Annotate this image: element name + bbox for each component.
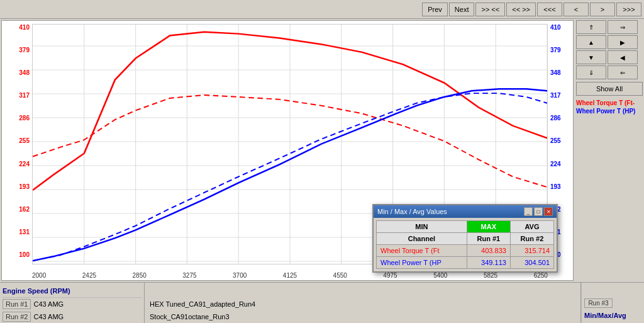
bottom-bar: Engine Speed (RPM) Run #1 C43 AMG Run #2…: [0, 282, 644, 323]
run2-file-row: Stock_CA91octane_Run3: [150, 310, 575, 323]
col-run2: Run #2: [510, 233, 553, 245]
legend-torque-label: Wheel Torque T (Ft-: [576, 99, 635, 106]
scroll-left-button[interactable]: ◀: [608, 50, 638, 64]
x-tick: 6250: [534, 272, 548, 279]
y-tick: 255: [19, 137, 30, 144]
modal-close-button[interactable]: ✕: [544, 207, 553, 216]
scroll-up-button[interactable]: ▲: [576, 35, 606, 49]
y-tick: 317: [19, 92, 30, 99]
bottom-minmax: Run #3 Min/Max/Avg: [581, 283, 644, 323]
y-tick: 379: [19, 47, 30, 54]
table-row: Wheel Torque T (Ft 403.833 315.714: [377, 245, 554, 257]
y-tick: 131: [19, 229, 30, 235]
chart-wrapper: 410 379 348 317 286 255 224 193 162 131 …: [1, 20, 574, 281]
scroll-down-down-row: ⇓ ⇐: [576, 65, 643, 79]
y-tick-right: 286: [550, 115, 561, 122]
torque-run2: 315.714: [510, 245, 553, 257]
scroll-down-down-button[interactable]: ⇓: [576, 65, 606, 79]
run3-label: Run #3: [584, 298, 613, 308]
run2-row: Run #2 C43 AMG: [3, 310, 142, 323]
run2-car: C43 AMG: [33, 313, 64, 320]
next-button[interactable]: Next: [449, 3, 475, 16]
tab-max[interactable]: MAX: [467, 221, 510, 233]
rev-rev-button[interactable]: << >>: [506, 3, 536, 16]
spacer-row: [150, 284, 575, 298]
channel-power: Wheel Power T (HP: [377, 257, 467, 269]
y-tick: 286: [19, 115, 30, 122]
run1-car: C43 AMG: [33, 300, 64, 308]
run3-row: Run #3: [584, 297, 641, 309]
y-tick: 100: [19, 251, 30, 258]
minmaxavg-row: Min/Max/Avg: [584, 309, 641, 322]
y-axis-torque: 410 379 348 317 286 255 224 193 162 131 …: [2, 21, 32, 261]
col-channel: Channel: [377, 233, 467, 245]
y-tick-right: 410: [550, 24, 561, 31]
run2-label: Run #2: [3, 312, 31, 322]
x-axis: 2000 2425 2850 3275 3700 4125 4550 4975 …: [32, 272, 548, 279]
legend-power-label: Wheel Power T (HP): [576, 108, 635, 115]
bottom-right: HEX Tuned_CA91_adapted_Run4 Stock_CA91oc…: [145, 283, 581, 323]
y-tick-right: 255: [550, 137, 561, 144]
run2-file: Stock_CA91octane_Run3: [150, 313, 230, 320]
show-all-button[interactable]: Show All: [576, 82, 643, 96]
power-run2: 304.501: [510, 257, 553, 269]
x-tick: 2000: [32, 272, 46, 279]
tab-min[interactable]: MIN: [377, 221, 467, 233]
y-tick: 410: [19, 24, 30, 31]
modal-maximize-button[interactable]: □: [534, 207, 543, 216]
plot-area: Min / Max / Avg Values _ □ ✕ MIN: [32, 24, 548, 264]
x-tick: 2850: [133, 272, 147, 279]
x-tick: 5400: [433, 272, 447, 279]
bottom-left: Engine Speed (RPM) Run #1 C43 AMG Run #2…: [0, 283, 145, 323]
scroll-right-button[interactable]: ▶: [608, 35, 638, 49]
torque-run1: 403.833: [467, 245, 510, 257]
nav-right-button[interactable]: >: [590, 3, 615, 16]
engine-speed-row: Engine Speed (RPM): [3, 284, 142, 298]
y-tick-right: 224: [550, 161, 561, 167]
modal-controls: _ □ ✕: [524, 207, 553, 216]
power-run1: 349.113: [467, 257, 510, 269]
scroll-up-right-button[interactable]: ⇒: [608, 20, 638, 34]
table-row: Wheel Power T (HP 349.113 304.501: [377, 257, 554, 269]
run1-file-row: HEX Tuned_CA91_adapted_Run4: [150, 298, 575, 310]
scroll-down-button[interactable]: ▼: [576, 50, 606, 64]
y-tick: 162: [19, 206, 30, 213]
engine-speed-label: Engine Speed (RPM): [3, 287, 70, 295]
scroll-up-up-button[interactable]: ⇑: [576, 20, 606, 34]
prev-button[interactable]: Prev: [422, 3, 448, 16]
run1-row: Run #1 C43 AMG: [3, 298, 142, 310]
y-tick-right: 379: [550, 47, 561, 54]
x-tick: 4975: [383, 272, 397, 279]
tab-avg[interactable]: AVG: [510, 221, 553, 233]
y-tick-right: 193: [550, 183, 561, 190]
nav-right-right-button[interactable]: >>>: [616, 3, 641, 16]
nav-left-button[interactable]: <: [564, 3, 589, 16]
modal-titlebar[interactable]: Min / Max / Avg Values _ □ ✕: [374, 205, 557, 218]
run1-file: HEX Tuned_CA91_adapted_Run4: [150, 300, 255, 308]
rev-button[interactable]: <<<: [537, 3, 562, 16]
scroll-down-row: ▼ ◀: [576, 50, 643, 64]
channel-torque: Wheel Torque T (Ft: [377, 245, 467, 257]
x-tick: 5825: [484, 272, 497, 279]
legend: Wheel Torque T (Ft- Wheel Power T (HP): [576, 99, 643, 115]
scroll-left-left-button[interactable]: ⇐: [608, 65, 638, 79]
y-tick: 224: [19, 161, 30, 167]
legend-power: Wheel Power T (HP): [576, 108, 643, 115]
x-tick: 3700: [233, 272, 247, 279]
legend-torque: Wheel Torque T (Ft-: [576, 99, 643, 106]
y-tick: 348: [19, 69, 30, 76]
right-panel: ⇑ ⇒ ▲ ▶ ▼ ◀ ⇓ ⇐ Show All Wheel Torque T …: [575, 19, 644, 282]
chart-section: 410 379 348 317 286 255 224 193 162 131 …: [0, 19, 644, 282]
x-tick: 2425: [82, 272, 96, 279]
modal-minimize-button[interactable]: _: [524, 207, 533, 216]
y-tick-right: 317: [550, 92, 561, 99]
scroll-mid-row: ▲ ▶: [576, 35, 643, 49]
x-tick: 4550: [333, 272, 347, 279]
x-tick: 3275: [182, 272, 196, 279]
fwd-fwd-button[interactable]: >> <<: [475, 3, 505, 16]
modal-table: MIN MAX AVG Channel Run #1 Run #2: [376, 220, 554, 269]
modal-body: MIN MAX AVG Channel Run #1 Run #2: [374, 218, 557, 271]
y-tick: 193: [19, 183, 30, 190]
scroll-up-row: ⇑ ⇒: [576, 20, 643, 34]
run1-label: Run #1: [3, 299, 31, 309]
